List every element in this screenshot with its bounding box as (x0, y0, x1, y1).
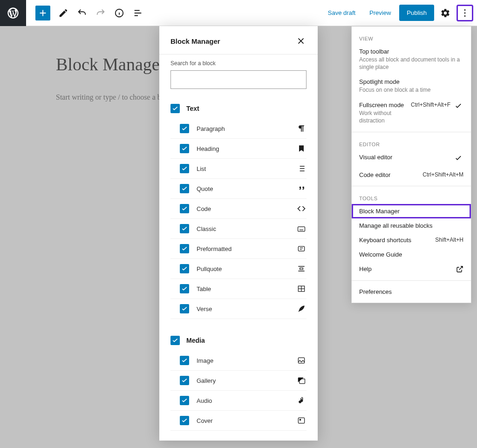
menu-item-spotlight[interactable]: Spotlight mode Focus on one block at a t… (352, 75, 471, 97)
menu-section-view: VIEW (352, 30, 471, 44)
save-draft-button[interactable]: Save draft (322, 6, 361, 20)
block-label: Audio (197, 397, 289, 404)
modal-search-area: Search for a block (159, 54, 318, 96)
block-checkbox[interactable] (180, 356, 189, 365)
block-label: Image (197, 357, 289, 364)
menu-section-editor: EDITOR (352, 136, 471, 150)
menu-item-top-toolbar[interactable]: Top toolbar Access all block and documen… (352, 44, 471, 75)
settings-gear-icon[interactable] (437, 5, 454, 21)
block-row: Gallery (170, 371, 307, 391)
block-checkbox[interactable] (180, 264, 189, 273)
block-manager-modal: Block Manager Search for a block TextPar… (159, 26, 318, 441)
feather-icon (296, 304, 307, 314)
block-row: Pullquote (170, 259, 307, 279)
block-row: Classic (170, 219, 307, 239)
block-label: Classic (197, 225, 289, 232)
category-header: Text (170, 98, 307, 119)
menu-item-code-editor[interactable]: Code editor Ctrl+Shift+Alt+M (352, 168, 471, 182)
keyboard-icon (296, 224, 307, 234)
category-title: Media (186, 337, 205, 344)
category-checkbox[interactable] (170, 336, 180, 345)
quote-icon (296, 183, 307, 194)
redo-button[interactable] (92, 5, 109, 21)
block-checkbox[interactable] (180, 224, 189, 233)
block-row: Cover (170, 411, 307, 431)
block-row: Image (170, 351, 307, 371)
menu-item-preferences[interactable]: Preferences (352, 285, 471, 299)
outline-icon[interactable] (129, 5, 146, 21)
edit-icon[interactable] (55, 5, 72, 21)
block-checkbox[interactable] (180, 304, 189, 313)
block-checkbox[interactable] (180, 124, 189, 133)
block-row: Paragraph (170, 119, 307, 139)
block-checkbox[interactable] (180, 144, 189, 153)
block-row: Quote (170, 179, 307, 199)
block-checkbox[interactable] (180, 376, 189, 385)
menu-item-welcome-guide[interactable]: Welcome Guide (352, 247, 471, 262)
more-options-button[interactable] (457, 5, 473, 21)
menu-divider (352, 186, 471, 186)
menu-item-reusable-blocks[interactable]: Manage all reusable blocks (352, 218, 471, 233)
preview-button[interactable]: Preview (364, 6, 396, 20)
block-search-input[interactable] (170, 70, 307, 89)
block-label: Table (197, 285, 289, 292)
menu-item-help[interactable]: Help (352, 262, 471, 277)
menu-divider (352, 132, 471, 132)
modal-body[interactable]: TextParagraphHeadingListQuoteCodeClassic… (159, 96, 318, 441)
block-checkbox[interactable] (180, 244, 189, 253)
block-checkbox[interactable] (180, 204, 189, 213)
category-title: Text (186, 105, 199, 112)
cover-icon (296, 415, 307, 426)
wordpress-logo[interactable] (0, 0, 26, 26)
block-label: Preformatted (197, 245, 289, 252)
info-icon[interactable] (111, 5, 128, 21)
menu-item-block-manager[interactable]: Block Manager (352, 204, 471, 218)
list-icon (296, 163, 307, 174)
block-checkbox[interactable] (180, 164, 189, 173)
category-checkbox[interactable] (170, 104, 180, 113)
table-icon (296, 284, 307, 294)
close-icon[interactable] (295, 35, 307, 47)
options-dropdown: VIEW Top toolbar Access all block and do… (351, 26, 471, 303)
block-row: Verse (170, 299, 307, 319)
svg-point-3 (464, 15, 466, 16)
pullquote-icon (296, 264, 307, 274)
publish-button[interactable]: Publish (399, 5, 434, 21)
check-icon (454, 154, 463, 164)
check-icon (454, 102, 463, 112)
menu-item-fullscreen[interactable]: Fullscreen mode Work without distraction… (352, 98, 471, 128)
pilcrow-icon (296, 123, 307, 134)
block-row: Table (170, 279, 307, 299)
block-row: Audio (170, 391, 307, 411)
svg-point-2 (464, 12, 466, 14)
search-label: Search for a block (170, 60, 307, 67)
block-label: Cover (197, 417, 289, 424)
menu-item-keyboard-shortcuts[interactable]: Keyboard shortcuts Shift+Alt+H (352, 233, 471, 247)
block-label: Heading (197, 145, 289, 152)
block-label: Pullquote (197, 265, 289, 272)
block-label: Code (197, 205, 289, 212)
undo-button[interactable] (74, 5, 90, 21)
modal-header: Block Manager (159, 26, 318, 54)
block-checkbox[interactable] (180, 396, 189, 405)
block-label: Gallery (197, 377, 289, 384)
block-checkbox[interactable] (180, 184, 189, 193)
menu-item-visual-editor[interactable]: Visual editor (352, 150, 471, 168)
menu-section-tools: TOOLS (352, 190, 471, 204)
block-row: List (170, 159, 307, 179)
block-label: List (197, 165, 289, 172)
preformatted-icon (296, 244, 307, 254)
editor-top-toolbar: Save draft Preview Publish (0, 0, 477, 26)
gallery-icon (296, 375, 307, 386)
modal-title: Block Manager (170, 37, 220, 45)
svg-point-1 (464, 9, 466, 11)
block-checkbox[interactable] (180, 284, 189, 293)
block-checkbox[interactable] (180, 416, 189, 425)
block-row: Heading (170, 139, 307, 159)
add-block-button[interactable] (35, 6, 50, 20)
block-row: Preformatted (170, 239, 307, 259)
block-row: Code (170, 199, 307, 219)
block-label: Paragraph (197, 125, 289, 132)
category-header: Media (170, 330, 307, 351)
block-label: Verse (197, 305, 289, 312)
